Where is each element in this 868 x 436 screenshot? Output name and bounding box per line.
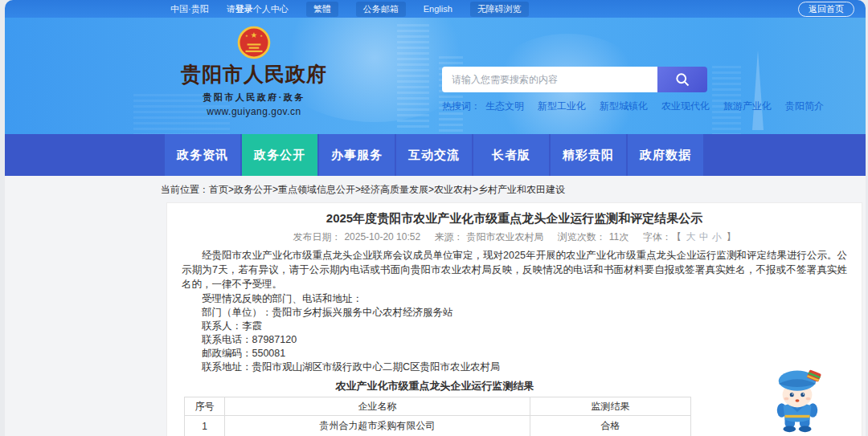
tower-silhouette — [752, 50, 764, 130]
table-cell: 合格 — [530, 416, 691, 436]
nav-item-精彩贵阳[interactable]: 精彩贵阳 — [551, 134, 626, 176]
return-home-button[interactable]: 返回首页 — [798, 2, 854, 17]
breadcrumb-path[interactable]: 首页>政务公开>重点领域信息公开>经济高质量发展>农业农村>乡村产业和农田建设 — [209, 184, 565, 195]
font-size-label: 字体：【 — [643, 231, 682, 242]
table-header-cell: 监测结果 — [530, 397, 691, 416]
site-title: 贵阳市人民政府 — [178, 61, 330, 88]
table-cell: 贵州合力超市采购有限公司 — [225, 416, 530, 436]
publish-date: 2025-10-20 10:52 — [344, 231, 420, 242]
publish-date-label: 发布日期： — [293, 231, 341, 242]
svg-text:★: ★ — [245, 34, 248, 38]
hot-search-word[interactable]: 生态文明 — [485, 100, 524, 112]
hot-search-word[interactable]: 农业现代化 — [661, 100, 710, 112]
table-caption: 农业产业化市级重点龙头企业运行监测结果 — [182, 379, 688, 393]
table-header-cell: 序号 — [185, 397, 225, 416]
nav-item-互动交流[interactable]: 互动交流 — [396, 134, 472, 176]
article-paragraph: 受理情况反映的部门、电话和地址： — [182, 291, 847, 306]
hot-search-word[interactable]: 贵阳简介 — [785, 100, 824, 112]
font-size-label-end: 】 — [727, 231, 736, 242]
nav-item-办事服务[interactable]: 办事服务 — [319, 134, 395, 176]
topbar-links: 中国·贵阳请登录个人中心繁體公务邮箱English无障碍浏览 — [170, 2, 547, 17]
table-header-cell: 企业名称 — [225, 397, 530, 416]
article-meta: 发布日期：2025-10-20 10:52 来源：贵阳市农业农村局 浏览次数：1… — [182, 232, 847, 242]
hot-search-word[interactable]: 新型工业化 — [538, 100, 586, 112]
monitor-result-table: 序号企业名称监测结果 1贵州合力超市采购有限公司合格2贵州友禾种业有限公司合格3… — [184, 397, 691, 436]
article-body: 经贵阳市农业产业化市级重点龙头企业联席会议成员单位审定，现对2025年开展的农业… — [182, 248, 847, 374]
hot-search-row: 热搜词：生态文明新型工业化新型城镇化农业现代化旅游产业化贵阳简介 — [442, 100, 707, 113]
topbar-link[interactable]: 公务邮箱 — [356, 2, 406, 17]
table-row: 1贵州合力超市采购有限公司合格 — [185, 416, 691, 436]
site-logo[interactable]: ★ ★ ★ 贵阳市人民政府 贵阳市人民政府·政务 www.guiyang.gov… — [178, 26, 330, 117]
contact-line: 联系人：李霞 — [182, 320, 847, 333]
search-input[interactable] — [442, 67, 657, 92]
hot-search-word[interactable]: 新型城镇化 — [600, 100, 648, 112]
article-paragraph: 经贵阳市农业产业化市级重点龙头企业联席会议成员单位审定，现对2025年开展的农业… — [182, 248, 847, 291]
search-icon — [674, 71, 690, 88]
views-value: 11次 — [609, 231, 628, 242]
font-size-option[interactable]: 大 — [686, 231, 696, 242]
topbar-link[interactable]: 请登录个人中心 — [227, 3, 289, 15]
nav-item-长者版[interactable]: 长者版 — [473, 134, 549, 176]
topbar-link[interactable]: English — [424, 4, 452, 14]
site-subtitle: 贵阳市人民政府·政务 — [178, 92, 330, 104]
table-cell: 1 — [185, 416, 225, 436]
nav-item-政府数据[interactable]: 政府数据 — [628, 134, 703, 176]
mascot-widget[interactable] — [762, 361, 833, 435]
search-area: 热搜词：生态文明新型工业化新型城镇化农业现代化旅游产业化贵阳简介 — [442, 67, 707, 113]
contact-line: 联系电话：87987120 — [182, 333, 847, 347]
hot-search-word[interactable]: 旅游产业化 — [723, 100, 772, 112]
views-label: 浏览次数： — [558, 231, 606, 242]
contact-line: 邮政编码：550081 — [182, 347, 847, 361]
nav-item-政务公开[interactable]: 政务公开 — [242, 134, 317, 176]
site-banner: ★ ★ ★ 贵阳市人民政府 贵阳市人民政府·政务 www.guiyang.gov… — [5, 18, 866, 134]
nav-item-政务资讯[interactable]: 政务资讯 — [165, 134, 240, 176]
source-value: 贵阳市农业农村局 — [466, 231, 543, 242]
mascot-icon — [762, 361, 833, 435]
top-utility-bar: 中国·贵阳请登录个人中心繁體公务邮箱English无障碍浏览 返回首页 — [5, 0, 866, 18]
article-title: 2025年度贵阳市农业产业化市级重点龙头企业运行监测和评定结果公示 — [182, 211, 847, 226]
contact-line: 部门（单位）：贵阳市乡村振兴服务中心农村经济服务站 — [182, 306, 847, 320]
svg-text:★: ★ — [251, 31, 258, 39]
breadcrumb-label: 当前位置： — [161, 184, 209, 195]
contact-line: 联系地址：贵阳市观山湖区市级行政中心二期C区贵阳市农业农村局 — [182, 361, 847, 374]
search-button[interactable] — [657, 67, 707, 92]
site-window: 中国·贵阳请登录个人中心繁體公务邮箱English无障碍浏览 返回首页 ★ ★ … — [5, 0, 866, 436]
font-size-option[interactable]: 中 — [699, 231, 709, 242]
national-emblem-icon: ★ ★ ★ — [237, 26, 271, 59]
table-header-row: 序号企业名称监测结果 — [185, 397, 691, 416]
article-card: 2025年度贵阳市农业产业化市级重点龙头企业运行监测和评定结果公示 发布日期：2… — [166, 202, 862, 436]
topbar-link[interactable]: 繁體 — [306, 2, 338, 17]
font-size-option[interactable]: 小 — [712, 231, 722, 242]
source-label: 来源： — [434, 231, 463, 242]
site-url: www.guiyang.gov.cn — [178, 106, 330, 117]
breadcrumb: 当前位置：首页>政务公开>重点领域信息公开>经济高质量发展>农业农村>乡村产业和… — [5, 176, 866, 202]
hot-search-label: 热搜词： — [442, 100, 481, 112]
topbar-link[interactable]: 无障碍浏览 — [470, 2, 529, 17]
building-silhouette — [397, 24, 429, 128]
topbar-link[interactable]: 中国·贵阳 — [170, 3, 209, 15]
main-navbar: 政务资讯政务公开办事服务互动交流长者版精彩贵阳政府数据 — [5, 134, 866, 176]
svg-text:★: ★ — [260, 34, 263, 38]
